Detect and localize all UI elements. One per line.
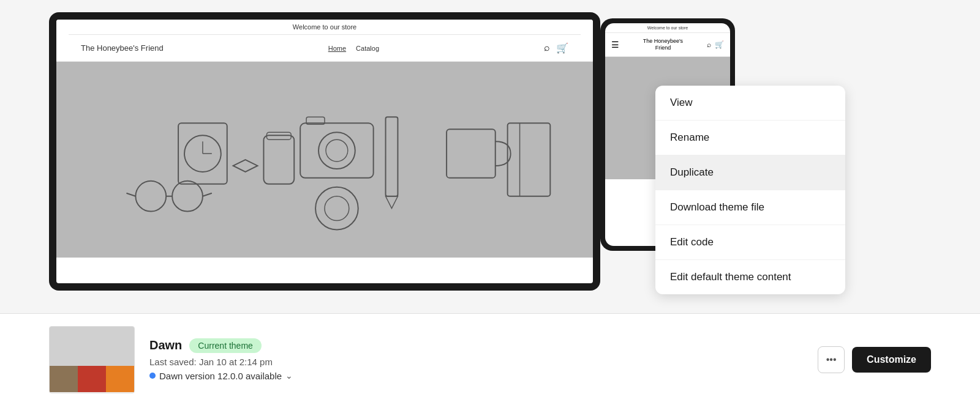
- dropdown-item-view[interactable]: View: [655, 86, 845, 121]
- store-announcement: Welcome to our store: [69, 20, 581, 35]
- hero-illustration: [56, 62, 593, 258]
- svg-rect-13: [266, 132, 291, 139]
- svg-point-21: [315, 187, 358, 230]
- mobile-cart-icon[interactable]: 🛒: [715, 40, 724, 49]
- thumbnail-bottom: [50, 366, 134, 392]
- dropdown-item-edit-code[interactable]: Edit code: [655, 225, 845, 260]
- svg-marker-4: [233, 160, 258, 172]
- svg-rect-9: [386, 117, 398, 196]
- store-icons: ⌕ 🛒: [544, 42, 568, 54]
- desktop-device-frame: Welcome to our store The Honeybee's Frie…: [49, 12, 600, 291]
- nav-link-home[interactable]: Home: [328, 45, 346, 52]
- thumbnail-img3: [106, 366, 134, 392]
- hamburger-icon[interactable]: ☰: [611, 40, 619, 50]
- version-text: Dawn version 12.0.0 available: [159, 371, 282, 381]
- theme-actions: ••• Customize: [818, 346, 931, 373]
- version-dot-indicator: [149, 373, 156, 379]
- mobile-header: ☰ The Honeybee's Friend ⌕ 🛒: [605, 33, 730, 57]
- customize-button[interactable]: Customize: [852, 347, 931, 373]
- dropdown-item-rename[interactable]: Rename: [655, 121, 845, 155]
- store-hero: [56, 62, 593, 258]
- main-container: Welcome to our store The Honeybee's Frie…: [0, 0, 980, 405]
- mobile-nav-icons: ⌕ 🛒: [707, 40, 724, 49]
- current-theme-badge: Current theme: [189, 338, 261, 353]
- theme-name-row: Dawn Current theme: [149, 338, 803, 353]
- theme-info-bar: Dawn Current theme Last saved: Jan 10 at…: [0, 313, 980, 405]
- dropdown-item-download[interactable]: Download theme file: [655, 190, 845, 225]
- store-nav-links: Home Catalog: [328, 45, 379, 52]
- nav-link-catalog[interactable]: Catalog: [356, 45, 379, 52]
- theme-details: Dawn Current theme Last saved: Jan 10 at…: [149, 338, 803, 381]
- svg-point-22: [325, 196, 349, 221]
- svg-rect-5: [300, 123, 373, 178]
- dropdown-item-duplicate[interactable]: Duplicate: [655, 155, 845, 190]
- dropdown-item-edit-content[interactable]: Edit default theme content: [655, 260, 845, 294]
- theme-thumbnail: [49, 326, 135, 393]
- more-options-button[interactable]: •••: [818, 346, 845, 373]
- store-nav: The Honeybee's Friend Home Catalog ⌕ 🛒: [69, 35, 581, 61]
- svg-point-16: [135, 181, 166, 212]
- chevron-down-icon[interactable]: ⌄: [285, 371, 293, 381]
- svg-rect-14: [508, 123, 551, 196]
- desktop-screen: Welcome to our store The Honeybee's Frie…: [56, 20, 593, 283]
- dropdown-menu: View Rename Duplicate Download theme fil…: [655, 86, 845, 294]
- theme-name: Dawn: [149, 338, 182, 352]
- svg-marker-10: [386, 196, 398, 209]
- thumbnail-top: [50, 327, 134, 366]
- svg-point-6: [318, 132, 355, 169]
- thumbnail-img2: [78, 366, 106, 392]
- mobile-logo: The Honeybee's Friend: [643, 38, 683, 51]
- thumbnail-img1: [50, 366, 78, 392]
- store-header: Welcome to our store The Honeybee's Frie…: [56, 20, 593, 62]
- svg-rect-11: [447, 129, 496, 178]
- svg-point-17: [172, 181, 203, 212]
- svg-line-20: [203, 193, 212, 196]
- preview-area: Welcome to our store The Honeybee's Frie…: [0, 0, 980, 294]
- svg-line-19: [126, 193, 135, 196]
- mobile-search-icon[interactable]: ⌕: [707, 40, 711, 49]
- store-logo: The Honeybee's Friend: [81, 43, 164, 53]
- search-icon[interactable]: ⌕: [544, 42, 550, 54]
- version-row: Dawn version 12.0.0 available ⌄: [149, 371, 803, 381]
- cart-icon[interactable]: 🛒: [556, 42, 568, 54]
- last-saved-text: Last saved: Jan 10 at 2:14 pm: [149, 357, 803, 367]
- mobile-announcement: Welcome to our store: [605, 23, 730, 33]
- svg-point-7: [326, 139, 348, 162]
- svg-rect-12: [263, 135, 294, 184]
